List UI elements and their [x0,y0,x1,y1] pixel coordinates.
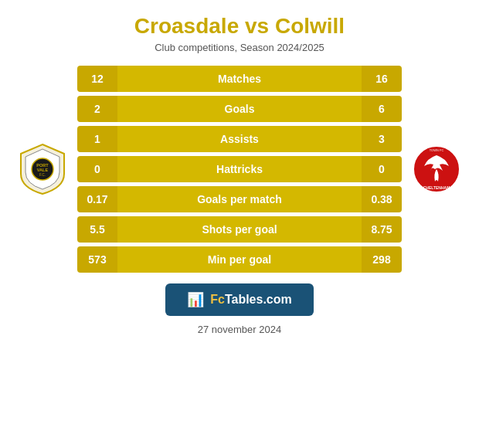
stat-label: Min per goal [117,246,362,273]
stat-row: 0.17Goals per match0.38 [77,186,402,212]
stat-label: Shots per goal [117,216,362,243]
stat-left-value: 0.17 [77,193,117,205]
stat-right-value: 6 [362,103,402,115]
stat-row: 0Hattricks0 [77,156,402,182]
fctables-text: FcTables.com [210,293,292,307]
stat-row: 573Min per goal298 [77,246,402,273]
fctables-icon: 📊 [187,291,204,308]
stat-label: Goals [117,96,362,122]
svg-text:CHELTENHAM: CHELTENHAM [423,185,450,190]
stat-right-value: 8.75 [362,223,402,236]
page-container: Croasdale vs Colwill Club competitions, … [0,0,479,448]
stat-left-value: 12 [77,73,117,85]
stat-right-value: 0.38 [362,193,402,205]
stat-row: 5.5Shots per goal8.75 [77,216,402,243]
stat-left-value: 0 [77,163,117,175]
stat-left-value: 2 [77,103,117,115]
team-right-logo: CHELTENHAM TOWN FC [402,141,471,197]
page-subtitle: Club competitions, Season 2024/2025 [155,42,324,53]
stat-row: 1Assists3 [77,126,402,152]
stat-label: Goals per match [117,186,362,212]
main-area: PORT VALE F.C. 12Matches162Goals61Assist… [8,66,471,273]
stat-label: Assists [117,126,362,152]
team-left-logo: PORT VALE F.C. [8,141,77,197]
svg-text:F.C.: F.C. [39,173,46,177]
svg-text:VALE: VALE [37,168,49,172]
stat-right-value: 3 [362,133,402,145]
stat-left-value: 1 [77,133,117,145]
stat-row: 2Goals6 [77,96,402,122]
stat-label: Hattricks [117,156,362,182]
stat-right-value: 0 [362,163,402,175]
stat-right-value: 16 [362,73,402,85]
date-text: 27 november 2024 [198,324,281,335]
stat-label: Matches [117,66,362,92]
stat-left-value: 573 [77,253,117,266]
svg-text:TOWN FC: TOWN FC [430,148,444,152]
stats-area: 12Matches162Goals61Assists30Hattricks00.… [77,66,402,273]
page-title: Croasdale vs Colwill [134,14,345,39]
stat-row: 12Matches16 [77,66,402,92]
stat-right-value: 298 [362,253,402,266]
stat-left-value: 5.5 [77,223,117,236]
fctables-banner[interactable]: 📊 FcTables.com [165,283,314,316]
